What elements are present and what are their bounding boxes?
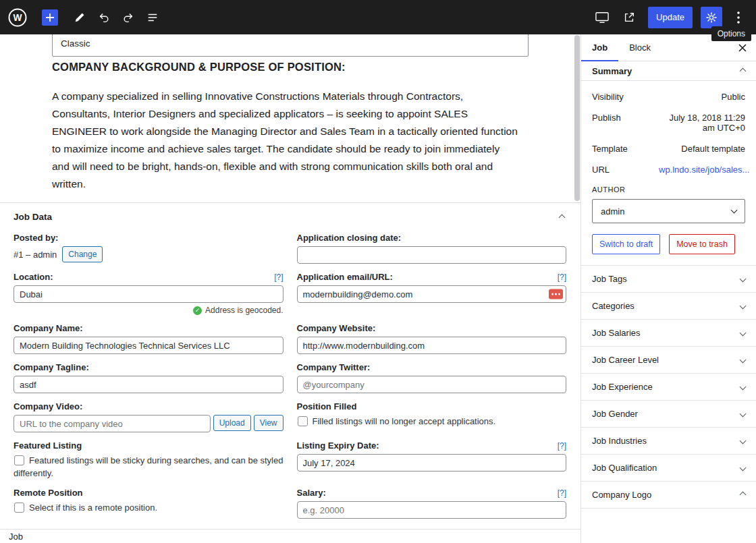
options-tooltip: Options [711, 26, 751, 41]
company-video-input[interactable] [14, 415, 211, 432]
url-label: URL [592, 165, 610, 175]
remote-position-checkbox[interactable] [14, 503, 24, 513]
move-to-trash-button[interactable]: Move to trash [669, 234, 735, 254]
section-job-tags[interactable]: Job Tags [581, 266, 756, 293]
listing-expiry-help-link[interactable]: [?] [558, 441, 566, 451]
section-company-logo[interactable]: Company Logo [581, 482, 756, 509]
topbar-right-group: Update [590, 7, 756, 28]
position-filled-checkbox[interactable] [298, 416, 308, 426]
geocoded-text: Address is geocoded. [205, 306, 283, 315]
block-inserter-button[interactable] [42, 9, 58, 26]
tools-button[interactable] [69, 7, 90, 28]
section-job-salaries[interactable]: Job Salaries [581, 320, 756, 347]
job-data-panel: Job Data Posted by: #1 – admin Change Ap… [0, 202, 580, 529]
sidebar-accordion: Job Tags Categories Job Salaries Job Car… [581, 266, 756, 509]
undo-button[interactable] [93, 7, 115, 28]
field-location: Location: [?] ✓ Address is geocoded. [14, 272, 284, 315]
featured-listing-label: Featured Listing [14, 440, 82, 451]
application-email-input[interactable] [297, 285, 567, 303]
company-tagline-label: Company Tagline: [14, 362, 89, 372]
section-job-gender[interactable]: Job Gender [581, 401, 756, 428]
editor-canvas[interactable]: Classic COMPANY BACKGROUND & PURPOSE OF … [0, 34, 580, 202]
position-filled-text: Filled listings will no longer accept ap… [313, 416, 496, 426]
location-input[interactable] [14, 285, 284, 303]
plus-icon [45, 13, 55, 22]
section-job-qualification[interactable]: Job Qualification [581, 455, 756, 482]
company-name-label: Company Name: [14, 323, 83, 333]
section-job-experience[interactable]: Job Experience [581, 374, 756, 401]
autofill-icon[interactable] [549, 289, 563, 299]
change-author-button[interactable]: Change [62, 246, 103, 262]
scrollbar-thumb[interactable] [574, 35, 580, 201]
classic-block[interactable]: Classic [52, 34, 529, 57]
position-filled-label: Position Filled [297, 401, 357, 411]
closing-date-input[interactable] [297, 246, 567, 264]
listing-expiry-label: Listing Expiry Date: [297, 440, 379, 451]
salary-help-link[interactable]: [?] [558, 488, 566, 498]
field-application-email: Application email/URL: [?] [297, 272, 567, 315]
job-data-title: Job Data [14, 212, 52, 222]
tab-block[interactable]: Block [618, 34, 662, 61]
ellipsis-icon [737, 11, 740, 24]
salary-label: Salary: [297, 488, 326, 498]
view-video-button[interactable]: View [254, 415, 284, 431]
update-button[interactable]: Update [648, 7, 693, 28]
field-remote-position: Remote Position Select if this is a remo… [14, 488, 284, 519]
visibility-value[interactable]: Public [722, 92, 745, 102]
tab-job[interactable]: Job [581, 34, 618, 61]
editor-footer: Job [0, 529, 580, 543]
job-description-paragraph[interactable]: A company specialized in selling Innovat… [52, 88, 518, 193]
template-value[interactable]: Default template [681, 144, 745, 154]
geocoded-status: ✓ Address is geocoded. [14, 306, 284, 315]
summary-panel-header[interactable]: Summary [581, 61, 756, 81]
publish-value[interactable]: July 18, 2018 11:29 am UTC+0 [659, 113, 745, 133]
salary-input[interactable] [297, 501, 567, 519]
chevron-down-icon [740, 357, 747, 364]
author-select[interactable]: admin [592, 199, 745, 223]
location-help-link[interactable]: [?] [274, 273, 283, 282]
featured-listing-checkbox[interactable] [14, 455, 24, 465]
chevron-up-icon [740, 67, 747, 74]
job-data-header[interactable]: Job Data [0, 203, 580, 229]
listing-expiry-input[interactable] [297, 454, 567, 471]
document-overview-button[interactable] [142, 7, 163, 28]
chevron-down-icon [740, 384, 747, 391]
field-listing-expiry: Listing Expiry Date: [?] [297, 440, 567, 480]
view-post-button[interactable] [618, 7, 640, 28]
position-filled-option: Filled listings will no longer accept ap… [297, 415, 567, 428]
classic-block-label: Classic [61, 38, 90, 49]
url-row: URL wp.lndo.site/job/sales... [592, 165, 745, 175]
preview-button[interactable] [591, 7, 613, 28]
remote-position-option: Select if this is a remote position. [14, 501, 284, 514]
wordpress-logo[interactable]: W [0, 0, 35, 34]
job-data-fields: Posted by: #1 – admin Change Application… [0, 229, 580, 527]
field-position-filled: Position Filled Filled listings will no … [297, 401, 567, 432]
template-row: Template Default template [592, 144, 745, 154]
company-tagline-input[interactable] [14, 376, 284, 393]
options-button[interactable] [728, 7, 749, 28]
chevron-down-icon [740, 465, 747, 471]
url-value[interactable]: wp.lndo.site/job/sales... [659, 165, 745, 175]
company-name-input[interactable] [14, 337, 284, 354]
company-website-input[interactable] [297, 337, 567, 354]
upload-video-button[interactable]: Upload [213, 415, 251, 431]
company-twitter-input[interactable] [297, 376, 567, 393]
undo-icon [98, 11, 110, 24]
redo-button[interactable] [117, 7, 139, 28]
collapse-panel-button[interactable] [557, 209, 567, 225]
job-description-heading[interactable]: COMPANY BACKGROUND & PURPOSE OF POSITION… [52, 61, 580, 74]
publish-row: Publish July 18, 2018 11:29 am UTC+0 [592, 113, 745, 133]
document-breadcrumb[interactable]: Job [9, 532, 23, 542]
field-featured-listing: Featured Listing Featured listings will … [14, 440, 284, 480]
company-twitter-label: Company Twitter: [297, 362, 371, 372]
section-job-industries[interactable]: Job Industries [581, 428, 756, 455]
publish-label: Publish [592, 113, 621, 133]
settings-button[interactable] [701, 7, 722, 28]
switch-to-draft-button[interactable]: Switch to draft [592, 234, 660, 254]
settings-sidebar: Job Block Summary Visibility Public Publ… [580, 34, 756, 543]
section-categories[interactable]: Categories [581, 293, 756, 320]
application-email-help-link[interactable]: [?] [558, 273, 566, 282]
wordpress-block-editor: W Update [0, 0, 756, 543]
section-job-career-level[interactable]: Job Career Level [581, 347, 756, 374]
chevron-up-icon [559, 215, 566, 221]
